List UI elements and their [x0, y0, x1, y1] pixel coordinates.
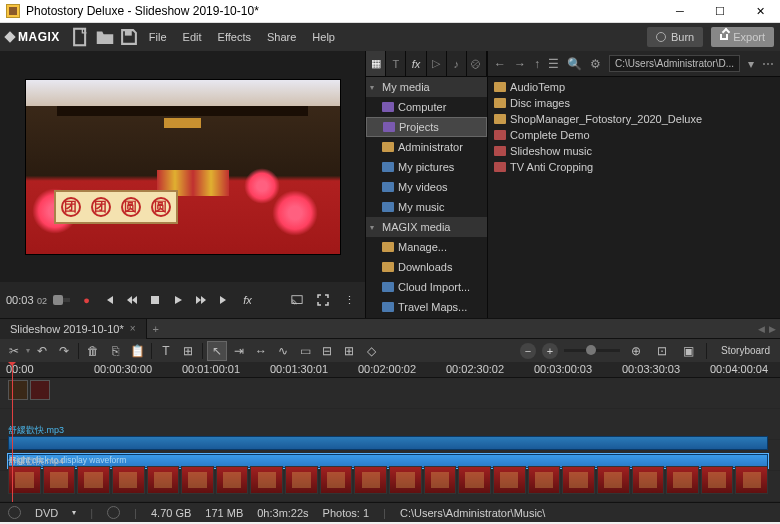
tree-node[interactable]: Computer	[366, 97, 487, 117]
timeline-thumb[interactable]	[43, 466, 76, 494]
search-icon[interactable]: 🔍	[567, 57, 582, 71]
nav-back-icon[interactable]: ←	[494, 57, 506, 71]
storyboard-toggle[interactable]: Storyboard	[721, 345, 770, 356]
timeline-thumb[interactable]	[354, 466, 387, 494]
path-field[interactable]: C:\Users\Administrator\D...	[609, 55, 740, 72]
timeline-thumb[interactable]	[562, 466, 595, 494]
menu-share[interactable]: Share	[260, 27, 303, 47]
group-icon[interactable]: ⊟	[317, 341, 337, 361]
tree-node[interactable]: My music	[366, 197, 487, 217]
timeline-thumb[interactable]	[112, 466, 145, 494]
timeline-thumb[interactable]	[632, 466, 665, 494]
tab-nav-prev[interactable]: ◀	[758, 324, 765, 334]
timeline-thumb[interactable]	[147, 466, 180, 494]
forward-button[interactable]	[191, 290, 211, 310]
fx-button[interactable]: fx	[237, 290, 257, 310]
stop-button[interactable]	[145, 290, 165, 310]
nav-up-icon[interactable]: ↑	[534, 57, 540, 71]
tab-transition-icon[interactable]: ▷	[427, 51, 447, 76]
curve-tool-icon[interactable]: ∿	[273, 341, 293, 361]
timeline-thumb[interactable]	[735, 466, 768, 494]
menu-help[interactable]: Help	[305, 27, 342, 47]
tree-node[interactable]: ▾My media	[366, 77, 487, 97]
skip-start-button[interactable]	[99, 290, 119, 310]
time-ruler[interactable]: 00:0000:00:30:0000:01:00:0100:01:30:0100…	[0, 362, 780, 378]
timeline-thumb[interactable]	[597, 466, 630, 494]
tree-node[interactable]: Downloads	[366, 257, 487, 277]
skip-end-button[interactable]	[214, 290, 234, 310]
redo-icon[interactable]: ↷	[54, 341, 74, 361]
browser-item[interactable]: Slideshow music	[490, 143, 778, 159]
delete-icon[interactable]: 🗑	[83, 341, 103, 361]
clip-thumb[interactable]	[30, 380, 50, 400]
export-button[interactable]: Export	[711, 27, 774, 47]
save-icon[interactable]	[118, 26, 140, 48]
stretch-tool-icon[interactable]: ↔	[251, 341, 271, 361]
path-dropdown-icon[interactable]: ▾	[748, 57, 754, 71]
pointer-tool-icon[interactable]: ↖	[207, 341, 227, 361]
view-options-icon[interactable]: ☰	[548, 57, 559, 71]
tab-fx-icon[interactable]: fx	[406, 51, 426, 76]
burn-button[interactable]: Burn	[647, 27, 703, 47]
track-thumbnails[interactable]: 舒緩歡快.mp4	[0, 466, 780, 496]
cast-icon[interactable]	[287, 290, 307, 310]
playhead[interactable]	[12, 362, 13, 502]
browser-item[interactable]: ShopManager_Fotostory_2020_Deluxe	[490, 111, 778, 127]
tab-grid-icon[interactable]: ▦	[366, 51, 386, 76]
marker-icon[interactable]: ◇	[361, 341, 381, 361]
tree-node[interactable]: Travel Maps...	[366, 297, 487, 317]
settings-icon[interactable]: ⋮	[339, 290, 359, 310]
title-tool-icon[interactable]: T	[156, 341, 176, 361]
zoom-in-button[interactable]: +	[542, 343, 558, 359]
fullscreen-icon[interactable]	[313, 290, 333, 310]
tree-node[interactable]: Cloud Import...	[366, 277, 487, 297]
open-icon[interactable]	[94, 26, 116, 48]
maximize-button[interactable]: ☐	[700, 0, 740, 23]
close-tab-icon[interactable]: ×	[130, 323, 136, 334]
path-more-icon[interactable]: ⋯	[762, 57, 774, 71]
tab-store-icon[interactable]: ⛒	[467, 51, 487, 76]
tree-node[interactable]: My videos	[366, 177, 487, 197]
timeline-thumb[interactable]	[285, 466, 318, 494]
tree-node[interactable]: Administrator	[366, 137, 487, 157]
browser-item[interactable]: AudioTemp	[490, 79, 778, 95]
ungroup-icon[interactable]: ⊞	[339, 341, 359, 361]
timeline-thumb[interactable]	[493, 466, 526, 494]
tree-node[interactable]: ▾MAGIX media	[366, 217, 487, 237]
timeline-thumb[interactable]	[666, 466, 699, 494]
timeline-thumb[interactable]	[320, 466, 353, 494]
browser-item[interactable]: Disc images	[490, 95, 778, 111]
record-button[interactable]: ●	[76, 290, 96, 310]
zoom-all-icon[interactable]: ▣	[678, 341, 698, 361]
gear-icon[interactable]: ⚙	[590, 57, 601, 71]
menu-effects[interactable]: Effects	[211, 27, 258, 47]
zoom-obj-icon[interactable]: ⊡	[652, 341, 672, 361]
cut-icon[interactable]: ✂	[4, 341, 24, 361]
paste-icon[interactable]: 📋	[127, 341, 147, 361]
zoom-slider[interactable]	[564, 349, 620, 352]
timeline-thumb[interactable]	[458, 466, 491, 494]
rewind-button[interactable]	[122, 290, 142, 310]
undo-icon[interactable]: ↶	[32, 341, 52, 361]
tab-music-icon[interactable]: ♪	[447, 51, 467, 76]
timeline-thumb[interactable]	[181, 466, 214, 494]
track-video-1[interactable]	[0, 380, 780, 406]
timeline-thumb[interactable]	[701, 466, 734, 494]
browser-item[interactable]: TV Anti Cropping	[490, 159, 778, 175]
status-disc-icon[interactable]	[8, 506, 21, 519]
add-tab-button[interactable]: +	[147, 323, 165, 335]
zoom-out-button[interactable]: −	[520, 343, 536, 359]
timeline-thumb[interactable]	[77, 466, 110, 494]
doc-tab[interactable]: Slideshow 2019-10-10*×	[0, 319, 147, 339]
status-format[interactable]: DVD	[35, 507, 58, 519]
timeline-thumb[interactable]	[528, 466, 561, 494]
new-icon[interactable]	[70, 26, 92, 48]
timeline-thumb[interactable]	[389, 466, 422, 494]
zoom-fit-icon[interactable]: ⊕	[626, 341, 646, 361]
grid-tool-icon[interactable]: ⊞	[178, 341, 198, 361]
tree-node[interactable]: Manage...	[366, 237, 487, 257]
timeline-thumb[interactable]	[250, 466, 283, 494]
minimize-button[interactable]: ─	[660, 0, 700, 23]
preview-monitor[interactable]: 团 团 圆 圆	[25, 79, 341, 255]
scrub-bar[interactable]	[53, 298, 71, 302]
